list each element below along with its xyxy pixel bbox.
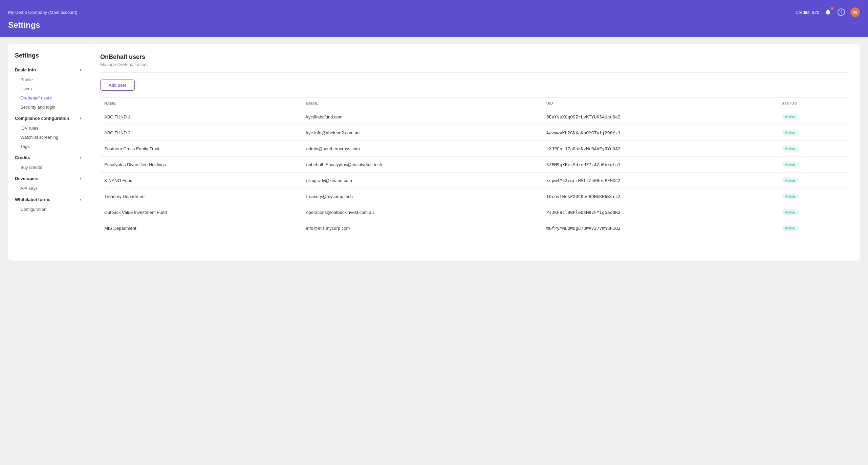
sidebar-item-buy-credits[interactable]: Buy credits [8,163,89,172]
sidebar-item-security[interactable]: Security and login [8,103,89,112]
col-email: EMAIL [302,98,542,109]
notifications-bell[interactable] [825,8,832,16]
topbar: My Demo Company (Main account) Credits: … [0,0,868,37]
status-badge: Active [782,161,799,168]
sidebar-item-users[interactable]: Users [8,84,89,93]
compliance-label: Compliance configuration [15,116,69,121]
sidebar-item-onbehalf[interactable]: On-behalf users [8,93,89,103]
table-row: Southern Cross Equity Trust admin@southe… [100,141,849,157]
cell-status: Active [778,173,849,189]
developers-chevron: ▼ [79,177,82,180]
sidebar-section-credits-header[interactable]: Credits ▼ [8,152,89,163]
col-uid: UID [542,98,778,109]
credits-label: Credits [15,155,30,160]
basic-info-label: Basic info [15,67,36,72]
notification-badge [831,7,833,10]
cell-name: Treasury Department [100,189,302,204]
col-name: NAME [100,98,302,109]
sidebar-item-watchlist[interactable]: Watchlist screening [8,133,89,142]
content-subtitle: Manage OnBehalf users [100,62,849,67]
company-name: My Demo Company (Main account) [8,10,77,15]
users-table: NAME EMAIL UID STATUS ABC FUND 1 kyc@abc… [100,97,849,236]
sidebar-item-idv-rules[interactable]: IDV rules [8,124,89,133]
sidebar-section-compliance-header[interactable]: Compliance configuration ▼ [8,113,89,124]
cell-email: info@mis.mycorp.com [302,220,542,236]
compliance-chevron: ▼ [79,116,82,120]
whitelabel-chevron: ▼ [79,198,82,201]
cell-uid: PIJKFBcl9BPleQsM8vFYigGao0R2 [542,204,778,220]
content-title: OnBehalf users [100,53,849,61]
sidebar-item-tags[interactable]: Tags [8,142,89,151]
sidebar: Settings Basic info ▼ Profile Users On-b… [8,44,89,261]
credits-chevron: ▼ [79,156,82,159]
table-row: Outback Value Investment Fund operations… [100,204,849,220]
cell-name: MIS Department [100,220,302,236]
main-container: Settings Basic info ▼ Profile Users On-b… [0,37,868,267]
add-user-button[interactable]: Add user [100,80,135,91]
cell-status: Active [778,220,849,236]
cell-name: KINANO Fund [100,173,302,189]
user-avatar[interactable]: M [850,7,860,17]
sidebar-section-developers: Developers ▼ API keys [8,173,89,193]
status-badge: Active [782,225,799,231]
cell-status: Active [778,125,849,141]
cell-name: Eucalyptus Diversified Holdings [100,157,302,173]
status-badge: Active [782,114,799,120]
table-row: ABC FUND 1 kyc@abcfund.com 0EaYvuXCqQSZr… [100,109,849,125]
cell-uid: cXJPCoLJ7aOakNzMcBAVEy0YnOA2 [542,141,778,157]
cell-email: kyc-info@abcfund2.com.au [302,125,542,141]
cell-name: ABC FUND 1 [100,109,302,125]
sidebar-section-compliance: Compliance configuration ▼ IDV rules Wat… [8,113,89,151]
cell-name: Outback Value Investment Fund [100,204,302,220]
cell-uid: IQcoytHcsPXOCK5C8OHhKH6Rsrr2 [542,189,778,204]
sidebar-section-basic-info-header[interactable]: Basic info ▼ [8,65,89,75]
sidebar-item-configuration[interactable]: Configuration [8,205,89,214]
cell-uid: 0EaYvuXCqQSZrLvKTYUK54Uhu6e2 [542,109,778,125]
status-badge: Active [782,130,799,136]
table-row: MIS Department info@mis.mycorp.com WGfPy… [100,220,849,236]
cell-name: Southern Cross Equity Trust [100,141,302,157]
credits-display: Credits: 820 [796,10,819,15]
topbar-right: Credits: 820 ? M [796,7,860,17]
sidebar-section-basic-info: Basic info ▼ Profile Users On-behalf use… [8,65,89,112]
status-badge: Active [782,209,799,215]
status-badge: Active [782,193,799,199]
whitelabel-label: Whitelabel forms [15,197,50,202]
cell-status: Active [778,204,849,220]
cell-uid: WGfPyMNUOWQgu73WAv27VWNuH1Q2 [542,220,778,236]
sidebar-section-whitelabel-header[interactable]: Whitelabel forms ▼ [8,194,89,205]
cell-status: Active [778,141,849,157]
cell-email: kyc@abcfund.com [302,109,542,125]
cell-status: Active [778,189,849,204]
content-header: OnBehalf users Manage OnBehalf users [100,53,849,73]
cell-uid: AwzmwyKL2GNXaKbOMGTytj290Yz1 [542,125,778,141]
content-area: OnBehalf users Manage OnBehalf users Add… [89,44,860,261]
help-button[interactable]: ? [838,8,845,16]
sidebar-item-api-keys[interactable]: API keys [8,184,89,193]
cell-email: admin@southerncross.com [302,141,542,157]
table-row: ABC FUND 2 kyc-info@abcfund2.com.au Awzm… [100,125,849,141]
cell-uid: xspw4M52cgciHSltZ508esPFMXC2 [542,173,778,189]
table-row: KINANO Fund slimgrady@kinano.com xspw4M5… [100,173,849,189]
cell-email: treasury@mycomp.tech [302,189,542,204]
cell-email: slimgrady@kinano.com [302,173,542,189]
basic-info-chevron: ▼ [79,68,82,72]
settings-card: Settings Basic info ▼ Profile Users On-b… [8,44,860,261]
table-row: Eucalyptus Diversified Holdings onbehalf… [100,157,849,173]
status-badge: Active [782,177,799,183]
sidebar-item-profile[interactable]: Profile [8,75,89,84]
table-row: Treasury Department treasury@mycomp.tech… [100,189,849,204]
sidebar-section-credits: Credits ▼ Buy credits [8,152,89,172]
col-status: STATUS [778,98,849,109]
status-badge: Active [782,146,799,152]
cell-name: ABC FUND 2 [100,125,302,141]
cell-status: Active [778,109,849,125]
cell-email: operations@outbackinvest.com.au [302,204,542,220]
cell-email: onbehalf_Eucalyptus@eucalyptus.tech [302,157,542,173]
cell-status: Active [778,157,849,173]
sidebar-title: Settings [8,52,89,65]
sidebar-section-developers-header[interactable]: Developers ▼ [8,173,89,184]
page-title: Settings [8,20,860,30]
cell-uid: SZPM9gXPczSdreUZ7cAZuEbrgtu1 [542,157,778,173]
developers-label: Developers [15,176,39,181]
